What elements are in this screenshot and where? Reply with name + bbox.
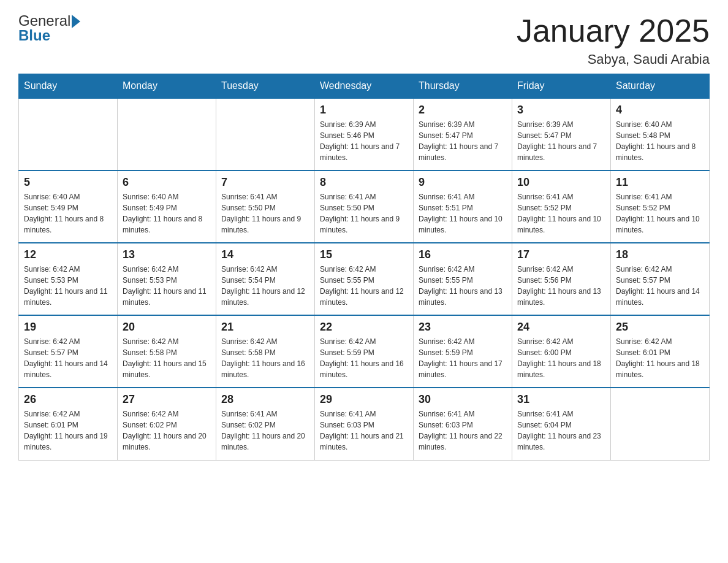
calendar-week-row: 12Sunrise: 6:42 AMSunset: 5:53 PMDayligh… bbox=[19, 243, 710, 315]
header-cell-thursday: Thursday bbox=[414, 74, 512, 99]
day-info: Sunrise: 6:42 AMSunset: 6:00 PMDaylight:… bbox=[517, 336, 605, 380]
day-number: 22 bbox=[320, 321, 408, 334]
day-info: Sunrise: 6:42 AMSunset: 5:53 PMDaylight:… bbox=[123, 264, 211, 308]
logo: General Blue bbox=[18, 12, 80, 44]
calendar-cell: 31Sunrise: 6:41 AMSunset: 6:04 PMDayligh… bbox=[512, 388, 611, 460]
day-info: Sunrise: 6:42 AMSunset: 5:57 PMDaylight:… bbox=[616, 264, 704, 308]
day-info: Sunrise: 6:42 AMSunset: 5:57 PMDaylight:… bbox=[24, 336, 112, 380]
day-number: 19 bbox=[24, 321, 112, 334]
day-number: 18 bbox=[616, 248, 704, 261]
calendar-header-row: SundayMondayTuesdayWednesdayThursdayFrid… bbox=[19, 74, 710, 99]
day-number: 20 bbox=[123, 321, 211, 334]
day-info: Sunrise: 6:40 AMSunset: 5:48 PMDaylight:… bbox=[616, 119, 704, 163]
calendar-cell bbox=[611, 388, 710, 460]
calendar-cell: 19Sunrise: 6:42 AMSunset: 5:57 PMDayligh… bbox=[19, 315, 118, 388]
calendar-cell: 2Sunrise: 6:39 AMSunset: 5:47 PMDaylight… bbox=[414, 98, 512, 170]
day-number: 17 bbox=[517, 248, 605, 261]
day-info: Sunrise: 6:40 AMSunset: 5:49 PMDaylight:… bbox=[123, 191, 211, 236]
day-info: Sunrise: 6:39 AMSunset: 5:46 PMDaylight:… bbox=[320, 119, 408, 163]
day-number: 7 bbox=[221, 176, 309, 189]
calendar-cell bbox=[216, 98, 315, 170]
calendar-cell: 12Sunrise: 6:42 AMSunset: 5:53 PMDayligh… bbox=[19, 243, 118, 315]
logo-triangle-icon bbox=[72, 15, 80, 28]
calendar-cell: 4Sunrise: 6:40 AMSunset: 5:48 PMDaylight… bbox=[611, 98, 710, 170]
calendar-cell: 3Sunrise: 6:39 AMSunset: 5:47 PMDaylight… bbox=[512, 98, 611, 170]
header-cell-sunday: Sunday bbox=[19, 74, 118, 99]
header-cell-friday: Friday bbox=[512, 74, 611, 99]
day-number: 3 bbox=[517, 104, 605, 117]
calendar-week-row: 1Sunrise: 6:39 AMSunset: 5:46 PMDaylight… bbox=[19, 98, 710, 170]
day-number: 25 bbox=[616, 321, 704, 334]
calendar-cell: 28Sunrise: 6:41 AMSunset: 6:02 PMDayligh… bbox=[216, 388, 315, 460]
calendar-cell: 22Sunrise: 6:42 AMSunset: 5:59 PMDayligh… bbox=[315, 315, 414, 388]
day-number: 11 bbox=[616, 176, 704, 189]
day-number: 13 bbox=[123, 248, 211, 261]
day-info: Sunrise: 6:42 AMSunset: 6:01 PMDaylight:… bbox=[24, 408, 112, 453]
calendar-cell: 13Sunrise: 6:42 AMSunset: 5:53 PMDayligh… bbox=[118, 243, 216, 315]
day-info: Sunrise: 6:40 AMSunset: 5:49 PMDaylight:… bbox=[24, 191, 112, 236]
calendar-cell: 7Sunrise: 6:41 AMSunset: 5:50 PMDaylight… bbox=[216, 170, 315, 243]
calendar-cell: 11Sunrise: 6:41 AMSunset: 5:52 PMDayligh… bbox=[611, 170, 710, 243]
logo-blue-text: Blue bbox=[18, 27, 80, 44]
day-number: 15 bbox=[320, 248, 408, 261]
day-number: 12 bbox=[24, 248, 112, 261]
calendar-cell: 26Sunrise: 6:42 AMSunset: 6:01 PMDayligh… bbox=[19, 388, 118, 460]
calendar-week-row: 5Sunrise: 6:40 AMSunset: 5:49 PMDaylight… bbox=[19, 170, 710, 243]
day-number: 28 bbox=[221, 393, 309, 406]
day-info: Sunrise: 6:41 AMSunset: 5:52 PMDaylight:… bbox=[616, 191, 704, 236]
header-cell-tuesday: Tuesday bbox=[216, 74, 315, 99]
day-number: 29 bbox=[320, 393, 408, 406]
day-number: 4 bbox=[616, 104, 704, 117]
calendar-week-row: 19Sunrise: 6:42 AMSunset: 5:57 PMDayligh… bbox=[19, 315, 710, 388]
header-cell-wednesday: Wednesday bbox=[315, 74, 414, 99]
day-info: Sunrise: 6:42 AMSunset: 5:59 PMDaylight:… bbox=[419, 336, 507, 380]
day-number: 21 bbox=[221, 321, 309, 334]
day-number: 9 bbox=[419, 176, 507, 189]
calendar-cell: 8Sunrise: 6:41 AMSunset: 5:50 PMDaylight… bbox=[315, 170, 414, 243]
day-info: Sunrise: 6:42 AMSunset: 6:01 PMDaylight:… bbox=[616, 336, 704, 380]
calendar-cell: 21Sunrise: 6:42 AMSunset: 5:58 PMDayligh… bbox=[216, 315, 315, 388]
day-info: Sunrise: 6:42 AMSunset: 5:54 PMDaylight:… bbox=[221, 264, 309, 308]
day-info: Sunrise: 6:41 AMSunset: 6:04 PMDaylight:… bbox=[517, 408, 605, 453]
day-number: 27 bbox=[123, 393, 211, 406]
day-info: Sunrise: 6:39 AMSunset: 5:47 PMDaylight:… bbox=[419, 119, 507, 163]
calendar-cell: 14Sunrise: 6:42 AMSunset: 5:54 PMDayligh… bbox=[216, 243, 315, 315]
day-number: 24 bbox=[517, 321, 605, 334]
month-title: January 2025 bbox=[517, 12, 710, 49]
day-info: Sunrise: 6:42 AMSunset: 6:02 PMDaylight:… bbox=[123, 408, 211, 453]
page-header: General Blue January 2025 Sabya, Saudi A… bbox=[18, 12, 710, 67]
calendar-cell: 16Sunrise: 6:42 AMSunset: 5:55 PMDayligh… bbox=[414, 243, 512, 315]
day-number: 31 bbox=[517, 393, 605, 406]
day-number: 16 bbox=[419, 248, 507, 261]
calendar-cell: 29Sunrise: 6:41 AMSunset: 6:03 PMDayligh… bbox=[315, 388, 414, 460]
day-info: Sunrise: 6:42 AMSunset: 5:53 PMDaylight:… bbox=[24, 264, 112, 308]
day-number: 8 bbox=[320, 176, 408, 189]
calendar-cell bbox=[19, 98, 118, 170]
calendar-cell: 6Sunrise: 6:40 AMSunset: 5:49 PMDaylight… bbox=[118, 170, 216, 243]
calendar-week-row: 26Sunrise: 6:42 AMSunset: 6:01 PMDayligh… bbox=[19, 388, 710, 460]
calendar-cell bbox=[118, 98, 216, 170]
day-number: 10 bbox=[517, 176, 605, 189]
day-info: Sunrise: 6:41 AMSunset: 5:51 PMDaylight:… bbox=[419, 191, 507, 236]
day-number: 1 bbox=[320, 104, 408, 117]
calendar-cell: 24Sunrise: 6:42 AMSunset: 6:00 PMDayligh… bbox=[512, 315, 611, 388]
day-info: Sunrise: 6:42 AMSunset: 5:55 PMDaylight:… bbox=[419, 264, 507, 308]
day-info: Sunrise: 6:42 AMSunset: 5:58 PMDaylight:… bbox=[123, 336, 211, 380]
day-info: Sunrise: 6:41 AMSunset: 5:52 PMDaylight:… bbox=[517, 191, 605, 236]
day-number: 2 bbox=[419, 104, 507, 117]
calendar-cell: 5Sunrise: 6:40 AMSunset: 5:49 PMDaylight… bbox=[19, 170, 118, 243]
header-cell-monday: Monday bbox=[118, 74, 216, 99]
day-number: 30 bbox=[419, 393, 507, 406]
calendar-cell: 9Sunrise: 6:41 AMSunset: 5:51 PMDaylight… bbox=[414, 170, 512, 243]
day-number: 14 bbox=[221, 248, 309, 261]
calendar-table: SundayMondayTuesdayWednesdayThursdayFrid… bbox=[18, 74, 710, 461]
day-info: Sunrise: 6:41 AMSunset: 6:03 PMDaylight:… bbox=[320, 408, 408, 453]
day-info: Sunrise: 6:41 AMSunset: 6:02 PMDaylight:… bbox=[221, 408, 309, 453]
calendar-cell: 17Sunrise: 6:42 AMSunset: 5:56 PMDayligh… bbox=[512, 243, 611, 315]
day-number: 26 bbox=[24, 393, 112, 406]
calendar-cell: 25Sunrise: 6:42 AMSunset: 6:01 PMDayligh… bbox=[611, 315, 710, 388]
calendar-cell: 10Sunrise: 6:41 AMSunset: 5:52 PMDayligh… bbox=[512, 170, 611, 243]
day-info: Sunrise: 6:42 AMSunset: 5:55 PMDaylight:… bbox=[320, 264, 408, 308]
day-number: 5 bbox=[24, 176, 112, 189]
day-number: 6 bbox=[123, 176, 211, 189]
